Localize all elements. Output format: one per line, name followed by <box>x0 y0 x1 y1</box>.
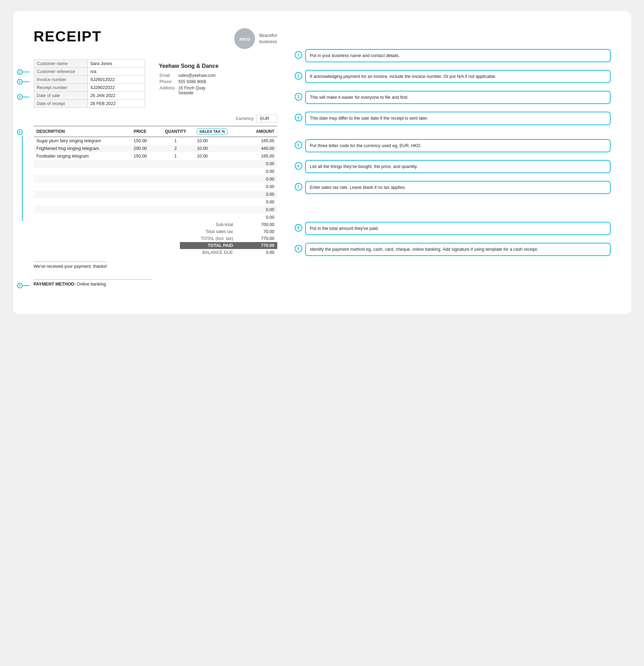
item-amount: 165.00 <box>244 152 277 160</box>
tax-label: Total sales tax <box>180 228 236 235</box>
total-incl-label: TOTAL (incl. tax) <box>180 235 236 242</box>
item-quantity: 1 <box>157 152 194 160</box>
contact-value: 16 Finch QuaySeaside <box>178 85 218 96</box>
table-row: 0.00 <box>34 168 277 175</box>
annotation-3: 3 This will make it easier for everyone … <box>295 91 611 104</box>
currency-label: Currency <box>236 116 254 121</box>
customer-info: 2 3 4 Customer name <box>34 59 145 108</box>
item-amount: 0.00 <box>244 198 277 206</box>
payment-method-value: Online banking <box>77 282 106 287</box>
item-description: Footballer singing telegram <box>34 152 131 160</box>
col-amount: AMOUNT <box>244 126 277 137</box>
total-incl-row: TOTAL (incl. tax) 770.00 <box>180 235 277 242</box>
table-row: 0.00 <box>34 160 277 168</box>
items-table-body: Sugar plum fairy singing telegram 150.00… <box>34 137 277 222</box>
field-value: 28 FEB 2022 <box>87 100 145 108</box>
marker-dot-3: 3 <box>17 79 23 85</box>
contact-label: Address <box>160 85 178 96</box>
table-row: 0.00 <box>34 183 277 191</box>
subtotal-label: Sub-total <box>180 221 236 228</box>
bottom-section: We've received your payment, thanks! <box>34 262 277 269</box>
total-paid-value: 770.00 <box>236 242 277 249</box>
field-label: Customer name <box>34 60 87 68</box>
table-row: 0.00 <box>34 198 277 206</box>
table-row: Footballer singing telegram 150.00 1 10.… <box>34 152 277 160</box>
sales-tax-header-label: SALES TAX % <box>197 128 228 135</box>
item-tax: 10.00 <box>194 145 244 152</box>
field-value: n/a <box>87 68 145 76</box>
annotation-box-2: If acknowledging payment for an invoice,… <box>305 70 611 83</box>
table-row: Receipt number SJ28022022 <box>34 84 145 92</box>
contact-value: sales@yeehaw.com <box>178 73 218 78</box>
header-row: DESCRIPTION PRICE QUANTITY SALES TAX % A… <box>34 126 277 137</box>
receipt-title: RECEIPT <box>34 28 102 45</box>
currency-value: EUR <box>256 115 277 122</box>
annotation-1: 1 Put in your business name and contact … <box>295 49 611 62</box>
item-description: Sugar plum fairy singing telegram <box>34 137 131 145</box>
table-row: 0.00 <box>34 214 277 221</box>
payment-method: PAYMENT METHOD: Online banking <box>34 279 152 287</box>
item-tax: 10.00 <box>194 152 244 160</box>
table-row: Customer name Sara Jones <box>34 60 145 68</box>
item-amount: 0.00 <box>244 206 277 214</box>
ann-num-6: 6 <box>295 162 302 170</box>
item-amount: 440.00 <box>244 145 277 152</box>
marker-3: 3 <box>17 79 30 85</box>
marker-9: 9 <box>17 283 30 288</box>
contact-label: Email <box>160 73 178 78</box>
xero-logo: xero <box>234 28 255 49</box>
item-quantity: 2 <box>157 145 194 152</box>
annotation-6: 6 List all the things they've bought, th… <box>295 160 611 173</box>
contact-value: 555 9388 8008 <box>178 79 218 85</box>
field-label: Customer reference <box>34 68 87 76</box>
field-value: Sara Jones <box>87 60 145 68</box>
item-amount: 0.00 <box>244 191 277 198</box>
receipt-header: RECEIPT xero Beautifulbusiness <box>34 28 277 49</box>
item-quantity: 1 <box>157 137 194 145</box>
table-row: Address 16 Finch QuaySeaside <box>160 85 218 96</box>
annotation-5: 5 Put three letter code for the currency… <box>295 139 611 152</box>
annotation-2: 2 If acknowledging payment for an invoic… <box>295 70 611 83</box>
table-row: 0.00 <box>34 175 277 183</box>
ann-num-7: 7 <box>295 183 302 191</box>
annotation-box-5: Put three letter code for the currency u… <box>305 139 611 152</box>
table-row: Phone 555 9388 8008 <box>160 79 218 85</box>
tax-row: Total sales tax 70.00 <box>180 228 277 235</box>
ann-num-5: 5 <box>295 141 302 149</box>
contact-label: Phone <box>160 79 178 85</box>
customer-table: Customer name Sara Jones Customer refere… <box>34 59 145 108</box>
totals-table: Sub-total 700.00 Total sales tax 70.00 T… <box>180 221 277 256</box>
table-row: Date of sale 26 JAN 2022 <box>34 92 145 100</box>
balance-row: BALANCE DUE 0.00 <box>180 249 277 256</box>
table-row: Customer reference n/a <box>34 68 145 76</box>
table-row: 0.00 <box>34 191 277 198</box>
item-amount: 0.00 <box>244 160 277 168</box>
marker-dot-4: 4 <box>17 94 23 100</box>
annotation-box-4: This date may differ to the sale date if… <box>305 112 611 125</box>
col-price: PRICE <box>131 126 157 137</box>
col-description: DESCRIPTION <box>34 126 131 137</box>
business-name: Yeehaw Song & Dance <box>159 63 277 69</box>
table-row: Sugar plum fairy singing telegram 150.00… <box>34 137 277 145</box>
annotation-box-7: Enter sales tax rate. Leave blank if no … <box>305 181 611 194</box>
field-value: 26 JAN 2022 <box>87 92 145 100</box>
payment-method-label: PAYMENT METHOD: <box>34 282 76 287</box>
annotation-9: 9 Identify the payment method eg, cash, … <box>295 243 611 256</box>
item-price: 150.00 <box>131 137 157 145</box>
field-label: Date of sale <box>34 92 87 100</box>
annotation-box-6: List all the things they've bought, the … <box>305 160 611 173</box>
item-amount: 165.00 <box>244 137 277 145</box>
field-label: Invoice number <box>34 76 87 84</box>
field-label: Receipt number <box>34 84 87 92</box>
annotation-box-3: This will make it easier for everyone to… <box>305 91 611 104</box>
ann-num-8: 8 <box>295 224 302 232</box>
items-table-head: DESCRIPTION PRICE QUANTITY SALES TAX % A… <box>34 126 277 137</box>
item-amount: 0.00 <box>244 175 277 183</box>
receipt-left-col: RECEIPT xero Beautifulbusiness 2 <box>34 28 277 287</box>
items-table: DESCRIPTION PRICE QUANTITY SALES TAX % A… <box>34 126 277 221</box>
receipt-top-row: 2 3 4 Customer name <box>34 59 277 108</box>
currency-row: Currency EUR <box>34 115 277 122</box>
ann-num-9: 9 <box>295 245 302 252</box>
table-row: 0.00 <box>34 206 277 214</box>
annotations-col: 1 Put in your business name and contact … <box>284 28 611 287</box>
